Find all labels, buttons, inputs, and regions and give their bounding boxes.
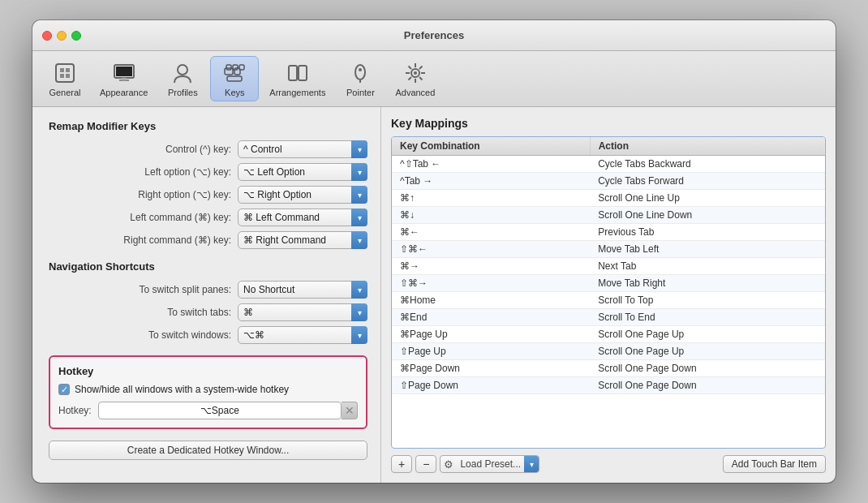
toolbar-item-advanced[interactable]: Advanced <box>388 56 442 101</box>
load-preset-label: Load Preset... <box>457 458 524 470</box>
table-row[interactable]: ^Tab →Cycle Tabs Forward <box>392 173 825 190</box>
left-option-select[interactable]: ⌥ Left Option <box>238 163 367 181</box>
hotkey-checkbox[interactable]: ✓ <box>58 384 70 395</box>
table-row[interactable]: ⌘Page UpScroll One Page Up <box>392 326 825 343</box>
toolbar-item-keys[interactable]: Keys <box>210 56 259 101</box>
table-row[interactable]: ⌘↑Scroll One Line Up <box>392 190 825 207</box>
control-key-row: Control (^) key: ^ Control ▾ <box>49 140 367 158</box>
close-button[interactable] <box>42 31 52 41</box>
right-command-select-wrap: ⌘ Right Command ▾ <box>238 231 367 249</box>
add-mapping-button[interactable]: + <box>391 455 412 473</box>
key-combination-cell: ⌘Home <box>392 292 590 309</box>
remove-mapping-button[interactable]: − <box>415 455 436 473</box>
right-option-select[interactable]: ⌥ Right Option <box>238 186 367 204</box>
toolbar-item-profiles[interactable]: Profiles <box>158 56 207 101</box>
key-combination-cell: ⌘↓ <box>392 207 590 224</box>
toolbar-item-pointer[interactable]: Pointer <box>336 56 385 101</box>
arrangements-icon <box>285 60 311 86</box>
switch-windows-select[interactable]: ⌥⌘ <box>238 326 367 344</box>
hotkey-checkbox-label: Show/hide all windows with a system-wide… <box>75 384 289 395</box>
remap-section-title: Remap Modifier Keys <box>49 120 367 132</box>
svg-rect-2 <box>66 68 70 72</box>
table-header-row: Key Combination Action <box>392 137 825 156</box>
switch-windows-select-wrap: ⌥⌘ ▾ <box>238 326 367 344</box>
control-key-select[interactable]: ^ Control <box>238 140 367 158</box>
maximize-button[interactable] <box>71 31 81 41</box>
switch-panes-label: To switch split panes: <box>49 284 238 295</box>
general-icon <box>52 60 78 86</box>
left-option-select-wrap: ⌥ Left Option ▾ <box>238 163 367 181</box>
table-row[interactable]: ⇧Page DownScroll One Page Down <box>392 377 825 394</box>
keys-label: Keys <box>225 88 244 97</box>
key-combination-cell: ⌘↑ <box>392 190 590 207</box>
key-combination-cell: ^Tab → <box>392 173 590 190</box>
key-combination-cell: ⌘Page Up <box>392 326 590 343</box>
svg-point-19 <box>359 68 362 71</box>
hotkey-input-field[interactable]: ⌥Space <box>98 402 342 419</box>
table-row[interactable]: ⌘HomeScroll To Top <box>392 292 825 309</box>
pointer-label: Pointer <box>346 88 375 97</box>
add-icon: + <box>398 458 405 470</box>
action-cell: Cycle Tabs Backward <box>590 156 825 173</box>
hotkey-clear-button[interactable]: ✕ <box>342 402 358 419</box>
table-row[interactable]: ^⇧Tab ←Cycle Tabs Backward <box>392 156 825 173</box>
action-cell: Next Tab <box>590 258 825 275</box>
svg-rect-0 <box>56 64 74 82</box>
switch-panes-select-wrap: No Shortcut ▾ <box>238 281 367 299</box>
svg-rect-16 <box>289 66 297 80</box>
load-preset-arrow: ▾ <box>524 456 539 472</box>
switch-panes-row: To switch split panes: No Shortcut ▾ <box>49 281 367 299</box>
switch-tabs-select[interactable]: ⌘ <box>238 303 367 321</box>
table-row[interactable]: ⇧⌘←Move Tab Left <box>392 241 825 258</box>
svg-rect-6 <box>116 67 132 76</box>
svg-line-28 <box>419 77 423 80</box>
add-touch-bar-button[interactable]: Add Touch Bar Item <box>723 455 826 473</box>
action-cell: Cycle Tabs Forward <box>590 173 825 190</box>
right-command-select[interactable]: ⌘ Right Command <box>238 231 367 249</box>
action-cell: Move Tab Right <box>590 275 825 292</box>
action-cell: Scroll One Line Up <box>590 190 825 207</box>
toolbar-item-general[interactable]: General <box>41 56 89 101</box>
table-row[interactable]: ⌘Page DownScroll One Page Down <box>392 360 825 377</box>
svg-rect-13 <box>226 65 231 70</box>
svg-rect-17 <box>299 66 307 80</box>
control-key-label: Control (^) key: <box>49 144 238 155</box>
left-panel: Remap Modifier Keys Control (^) key: ^ C… <box>32 107 381 483</box>
create-hotkey-button[interactable]: Create a Dedicated Hotkey Window... <box>49 441 367 460</box>
key-combination-cell: ⌘Page Down <box>392 360 590 377</box>
key-combination-cell: ⌘← <box>392 224 590 241</box>
right-panel: Key Mappings Key Combination Action ^⇧Ta… <box>381 107 836 483</box>
profiles-label: Profiles <box>168 88 198 97</box>
action-cell: Scroll One Line Down <box>590 207 825 224</box>
table-row[interactable]: ⌘←Previous Tab <box>392 224 825 241</box>
table-row[interactable]: ⌘↓Scroll One Line Down <box>392 207 825 224</box>
key-combination-cell: ^⇧Tab ← <box>392 156 590 173</box>
hotkey-input-label: Hotkey: <box>58 405 92 416</box>
switch-panes-select[interactable]: No Shortcut <box>238 281 367 299</box>
left-command-row: Left command (⌘) key: ⌘ Left Command ▾ <box>49 209 367 226</box>
key-table: Key Combination Action ^⇧Tab ←Cycle Tabs… <box>392 137 825 394</box>
table-row[interactable]: ⇧Page UpScroll One Page Up <box>392 343 825 360</box>
toolbar-item-arrangements[interactable]: Arrangements <box>262 56 333 101</box>
action-cell: Scroll One Page Up <box>590 343 825 360</box>
left-command-select[interactable]: ⌘ Left Command <box>238 209 367 226</box>
key-table-container: Key Combination Action ^⇧Tab ←Cycle Tabs… <box>391 136 826 449</box>
svg-rect-4 <box>66 74 70 78</box>
key-mappings-title: Key Mappings <box>391 117 826 130</box>
hotkey-section: Hotkey ✓ Show/hide all windows with a sy… <box>49 355 367 429</box>
svg-point-22 <box>414 71 417 75</box>
traffic-lights <box>42 31 81 41</box>
switch-tabs-row: To switch tabs: ⌘ ▾ <box>49 303 367 321</box>
hotkey-section-title: Hotkey <box>58 365 358 377</box>
minimize-button[interactable] <box>57 31 67 41</box>
load-preset-dropdown[interactable]: ⚙ Load Preset... ▾ <box>440 455 539 473</box>
action-cell: Previous Tab <box>590 224 825 241</box>
toolbar: General Appearance Profiles <box>32 51 836 107</box>
toolbar-item-appearance[interactable]: Appearance <box>92 56 155 101</box>
table-row[interactable]: ⌘→Next Tab <box>392 258 825 275</box>
remove-icon: − <box>423 458 429 470</box>
table-row[interactable]: ⌘EndScroll To End <box>392 309 825 326</box>
action-cell: Move Tab Left <box>590 241 825 258</box>
gear-icon: ⚙ <box>440 458 457 471</box>
table-row[interactable]: ⇧⌘→Move Tab Right <box>392 275 825 292</box>
